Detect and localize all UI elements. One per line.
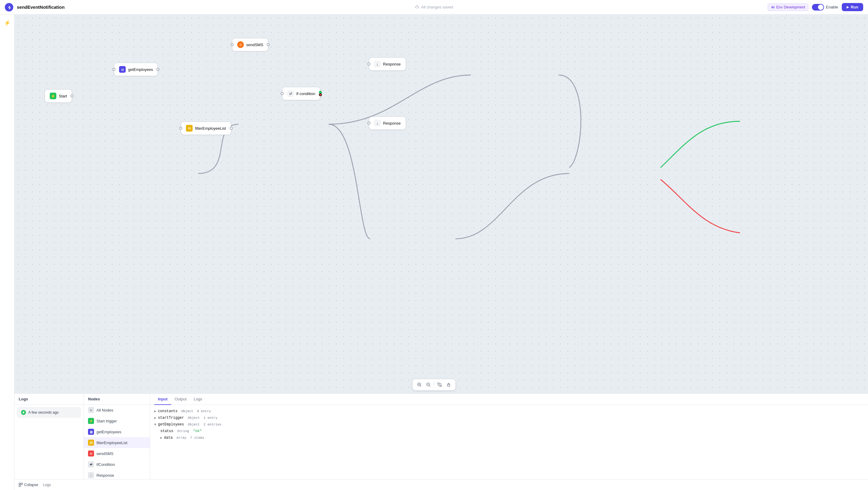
env-icon [771,5,775,9]
run-button[interactable]: ▶ Run [842,3,863,11]
svg-rect-2 [772,7,773,7]
svg-rect-3 [772,7,773,8]
logo-icon [5,3,13,11]
topbar: sendEventNotification All changes saved … [0,0,868,15]
env-label: Env [776,5,783,9]
svg-rect-1 [771,6,775,8]
topbar-actions: Env Development Enable ▶ Run [768,3,863,11]
enable-toggle-wrap: Enable [812,4,838,10]
env-value: Development [784,5,805,9]
enable-toggle[interactable] [812,4,824,10]
workflow-title: sendEventNotification [17,4,64,10]
enable-label: Enable [826,5,838,9]
cloud-icon [415,5,419,9]
env-selector[interactable]: Env Development [768,4,808,11]
run-icon: ▶ [846,5,849,9]
save-status: All changes saved [415,5,453,9]
run-label: Run [851,5,858,9]
toggle-knob [818,4,824,10]
